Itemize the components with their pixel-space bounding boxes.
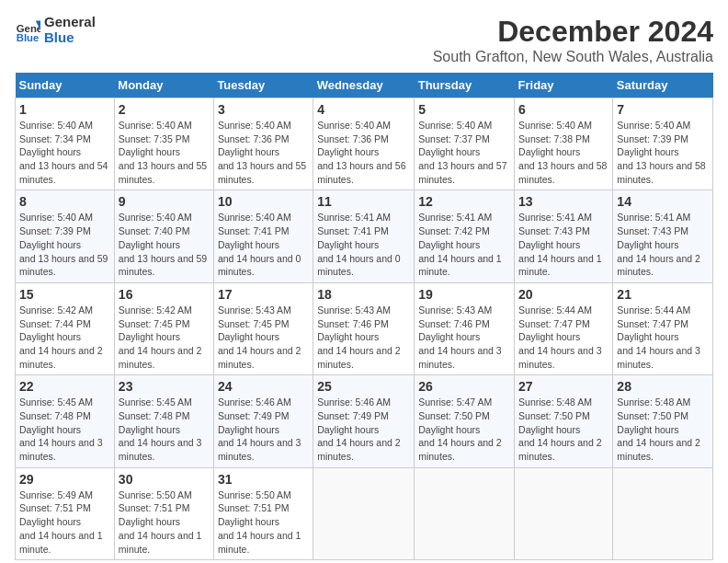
day-info: Sunrise: 5:45 AMSunset: 7:48 PMDaylight … <box>19 396 110 463</box>
calendar-cell: 17Sunrise: 5:43 AMSunset: 7:45 PMDayligh… <box>213 282 313 374</box>
day-info: Sunrise: 5:42 AMSunset: 7:45 PMDaylight … <box>119 304 210 371</box>
calendar-cell: 19Sunrise: 5:43 AMSunset: 7:46 PMDayligh… <box>415 282 515 374</box>
day-number: 19 <box>418 287 510 302</box>
day-number: 21 <box>617 287 709 302</box>
day-info: Sunrise: 5:40 AMSunset: 7:37 PMDaylight … <box>418 119 510 186</box>
day-info: Sunrise: 5:46 AMSunset: 7:49 PMDaylight … <box>218 396 309 463</box>
calendar-cell: 27Sunrise: 5:48 AMSunset: 7:50 PMDayligh… <box>515 375 613 467</box>
day-info: Sunrise: 5:40 AMSunset: 7:39 PMDaylight … <box>19 211 110 278</box>
day-number: 4 <box>317 102 410 117</box>
calendar-cell: 29Sunrise: 5:49 AMSunset: 7:51 PMDayligh… <box>16 467 115 559</box>
title-area: December 2024 South Grafton, New South W… <box>433 15 713 65</box>
day-number: 13 <box>518 194 609 209</box>
day-info: Sunrise: 5:40 AMSunset: 7:38 PMDaylight … <box>518 119 609 186</box>
day-info: Sunrise: 5:40 AMSunset: 7:40 PMDaylight … <box>119 211 210 278</box>
day-info: Sunrise: 5:46 AMSunset: 7:49 PMDaylight … <box>317 396 410 463</box>
day-number: 6 <box>518 102 609 117</box>
calendar-cell <box>613 467 713 559</box>
day-info: Sunrise: 5:49 AMSunset: 7:51 PMDaylight … <box>19 488 110 556</box>
day-number: 22 <box>19 379 110 394</box>
day-number: 23 <box>119 379 210 394</box>
day-number: 17 <box>218 287 309 302</box>
header-sunday: Sunday <box>16 73 115 98</box>
calendar-cell: 24Sunrise: 5:46 AMSunset: 7:49 PMDayligh… <box>213 375 313 467</box>
calendar-cell <box>415 467 515 559</box>
calendar-cell: 6Sunrise: 5:40 AMSunset: 7:38 PMDaylight… <box>515 98 613 190</box>
day-number: 2 <box>119 102 210 117</box>
day-number: 11 <box>317 194 410 209</box>
day-number: 26 <box>418 379 510 394</box>
calendar-cell: 12Sunrise: 5:41 AMSunset: 7:42 PMDayligh… <box>415 190 515 282</box>
header-monday: Monday <box>114 73 213 98</box>
calendar-table: Sunday Monday Tuesday Wednesday Thursday… <box>15 73 713 560</box>
day-info: Sunrise: 5:48 AMSunset: 7:50 PMDaylight … <box>617 396 709 463</box>
calendar-cell: 5Sunrise: 5:40 AMSunset: 7:37 PMDaylight… <box>415 98 515 190</box>
calendar-cell: 23Sunrise: 5:45 AMSunset: 7:48 PMDayligh… <box>114 375 213 467</box>
day-number: 10 <box>218 194 309 209</box>
day-info: Sunrise: 5:41 AMSunset: 7:42 PMDaylight … <box>418 211 510 278</box>
calendar-cell: 21Sunrise: 5:44 AMSunset: 7:47 PMDayligh… <box>613 282 713 374</box>
page-header: General Blue General Blue December 2024 … <box>15 15 713 65</box>
day-info: Sunrise: 5:43 AMSunset: 7:46 PMDaylight … <box>317 304 410 371</box>
main-title: December 2024 <box>433 15 713 49</box>
day-info: Sunrise: 5:42 AMSunset: 7:44 PMDaylight … <box>19 304 110 371</box>
calendar-cell: 28Sunrise: 5:48 AMSunset: 7:50 PMDayligh… <box>613 375 713 467</box>
calendar-cell: 7Sunrise: 5:40 AMSunset: 7:39 PMDaylight… <box>613 98 713 190</box>
day-number: 18 <box>317 287 410 302</box>
day-number: 15 <box>19 287 110 302</box>
logo-icon: General Blue <box>15 17 40 43</box>
day-info: Sunrise: 5:40 AMSunset: 7:36 PMDaylight … <box>218 119 309 186</box>
calendar-cell: 9Sunrise: 5:40 AMSunset: 7:40 PMDaylight… <box>114 190 213 282</box>
day-number: 24 <box>218 379 309 394</box>
day-info: Sunrise: 5:40 AMSunset: 7:36 PMDaylight … <box>317 119 410 186</box>
header-tuesday: Tuesday <box>213 73 313 98</box>
logo: General Blue General Blue <box>15 15 96 45</box>
day-info: Sunrise: 5:41 AMSunset: 7:43 PMDaylight … <box>617 211 709 278</box>
calendar-cell: 16Sunrise: 5:42 AMSunset: 7:45 PMDayligh… <box>114 282 213 374</box>
day-info: Sunrise: 5:47 AMSunset: 7:50 PMDaylight … <box>418 396 510 463</box>
day-info: Sunrise: 5:50 AMSunset: 7:51 PMDaylight … <box>119 488 210 556</box>
logo-blue: Blue <box>44 30 96 46</box>
day-number: 12 <box>418 194 510 209</box>
day-info: Sunrise: 5:44 AMSunset: 7:47 PMDaylight … <box>518 304 609 371</box>
header-wednesday: Wednesday <box>313 73 415 98</box>
calendar-cell: 10Sunrise: 5:40 AMSunset: 7:41 PMDayligh… <box>213 190 313 282</box>
calendar-cell: 1Sunrise: 5:40 AMSunset: 7:34 PMDaylight… <box>16 98 115 190</box>
day-number: 27 <box>518 379 609 394</box>
calendar-cell: 14Sunrise: 5:41 AMSunset: 7:43 PMDayligh… <box>613 190 713 282</box>
day-info: Sunrise: 5:40 AMSunset: 7:39 PMDaylight … <box>617 119 709 186</box>
calendar-week-row: 29Sunrise: 5:49 AMSunset: 7:51 PMDayligh… <box>16 467 713 559</box>
calendar-week-row: 8Sunrise: 5:40 AMSunset: 7:39 PMDaylight… <box>16 190 713 282</box>
day-number: 8 <box>19 194 110 209</box>
calendar-cell <box>515 467 613 559</box>
calendar-cell: 22Sunrise: 5:45 AMSunset: 7:48 PMDayligh… <box>16 375 115 467</box>
day-number: 20 <box>518 287 609 302</box>
calendar-week-row: 22Sunrise: 5:45 AMSunset: 7:48 PMDayligh… <box>16 375 713 467</box>
svg-text:Blue: Blue <box>17 32 40 43</box>
day-info: Sunrise: 5:40 AMSunset: 7:41 PMDaylight … <box>218 211 309 278</box>
calendar-cell: 31Sunrise: 5:50 AMSunset: 7:51 PMDayligh… <box>213 467 313 559</box>
day-info: Sunrise: 5:43 AMSunset: 7:46 PMDaylight … <box>418 304 510 371</box>
calendar-cell: 3Sunrise: 5:40 AMSunset: 7:36 PMDaylight… <box>213 98 313 190</box>
day-info: Sunrise: 5:50 AMSunset: 7:51 PMDaylight … <box>218 488 309 556</box>
day-number: 29 <box>19 472 110 487</box>
calendar-cell: 11Sunrise: 5:41 AMSunset: 7:41 PMDayligh… <box>313 190 415 282</box>
day-number: 1 <box>19 102 110 117</box>
day-number: 25 <box>317 379 410 394</box>
day-number: 30 <box>119 472 210 487</box>
calendar-cell: 2Sunrise: 5:40 AMSunset: 7:35 PMDaylight… <box>114 98 213 190</box>
day-info: Sunrise: 5:48 AMSunset: 7:50 PMDaylight … <box>518 396 609 463</box>
day-info: Sunrise: 5:44 AMSunset: 7:47 PMDaylight … <box>617 304 709 371</box>
calendar-cell: 30Sunrise: 5:50 AMSunset: 7:51 PMDayligh… <box>114 467 213 559</box>
header-friday: Friday <box>515 73 613 98</box>
calendar-cell: 26Sunrise: 5:47 AMSunset: 7:50 PMDayligh… <box>415 375 515 467</box>
calendar-cell: 4Sunrise: 5:40 AMSunset: 7:36 PMDaylight… <box>313 98 415 190</box>
calendar-week-row: 1Sunrise: 5:40 AMSunset: 7:34 PMDaylight… <box>16 98 713 190</box>
header-saturday: Saturday <box>613 73 713 98</box>
subtitle: South Grafton, New South Wales, Australi… <box>433 49 713 65</box>
calendar-cell: 20Sunrise: 5:44 AMSunset: 7:47 PMDayligh… <box>515 282 613 374</box>
day-info: Sunrise: 5:41 AMSunset: 7:41 PMDaylight … <box>317 211 410 278</box>
header-row: Sunday Monday Tuesday Wednesday Thursday… <box>16 73 713 98</box>
calendar-cell: 13Sunrise: 5:41 AMSunset: 7:43 PMDayligh… <box>515 190 613 282</box>
logo-general: General <box>44 15 96 30</box>
